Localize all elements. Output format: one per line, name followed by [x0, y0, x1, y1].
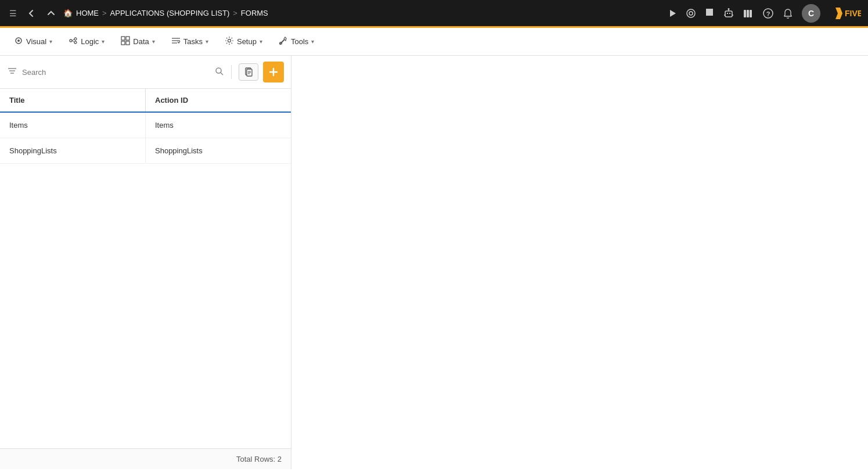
svg-point-38	[216, 68, 221, 73]
menu-icon[interactable]: ☰	[7, 6, 19, 20]
column-header-action-id: Action ID	[146, 89, 291, 112]
total-rows-label: Total Rows: 2	[236, 455, 282, 463]
search-input[interactable]	[22, 68, 210, 77]
breadcrumb-app[interactable]: APPLICATIONS (SHOPPING LIST)	[110, 9, 230, 17]
setup-icon	[225, 36, 234, 47]
svg-rect-12	[747, 10, 749, 17]
menu-item-data[interactable]: Data ▾	[114, 33, 161, 51]
right-panel	[291, 56, 868, 469]
preview-icon[interactable]	[686, 8, 696, 19]
top-nav-right: ? C FIVE	[667, 4, 861, 23]
svg-text:?: ?	[766, 10, 770, 17]
data-label: Data	[133, 37, 149, 46]
tools-label: Tools	[291, 37, 308, 46]
search-bar	[0, 56, 291, 89]
tasks-icon	[171, 36, 181, 47]
svg-point-20	[70, 39, 72, 42]
logic-label: Logic	[81, 37, 99, 46]
svg-rect-25	[121, 37, 125, 40]
breadcrumb-home[interactable]: 🏠 HOME	[63, 9, 99, 17]
svg-rect-13	[750, 10, 752, 17]
menu-item-tools[interactable]: Tools ▾	[272, 33, 321, 51]
table-body: Items Items ShoppingLists ShoppingLists	[0, 113, 291, 448]
books-icon[interactable]	[743, 8, 754, 19]
breadcrumb: 🏠 HOME > APPLICATIONS (SHOPPING LIST) > …	[63, 9, 268, 17]
search-icon[interactable]	[215, 67, 224, 78]
stop-icon[interactable]	[704, 7, 715, 20]
row-items-action-id: Items	[146, 113, 291, 138]
svg-text:FIVE: FIVE	[845, 9, 861, 18]
svg-rect-5	[727, 13, 728, 14]
breadcrumb-forms[interactable]: FORMS	[241, 9, 268, 17]
search-divider	[231, 65, 232, 79]
svg-point-1	[687, 9, 695, 17]
home-label: HOME	[76, 9, 99, 17]
app-label: APPLICATIONS (SHOPPING LIST)	[110, 9, 230, 17]
forms-label: FORMS	[241, 9, 268, 17]
tools-chevron: ▾	[311, 38, 314, 45]
svg-point-8	[728, 8, 730, 10]
svg-point-22	[74, 41, 77, 44]
data-icon	[121, 36, 130, 47]
svg-line-23	[72, 39, 74, 41]
logic-chevron: ▾	[102, 38, 105, 45]
top-navigation: ☰ 🏠 HOME > APPLICATIONS (SHOPPING LIST) …	[0, 0, 868, 28]
row-items-title: Items	[0, 113, 146, 138]
row-shoppinglists-action-id: ShoppingLists	[146, 138, 291, 163]
setup-chevron: ▾	[260, 38, 262, 45]
add-button[interactable]	[263, 62, 284, 82]
play-icon[interactable]	[667, 8, 678, 19]
svg-line-24	[72, 41, 74, 42]
copy-doc-button[interactable]	[239, 63, 258, 81]
table-footer: Total Rows: 2	[0, 448, 291, 469]
robot-icon[interactable]	[723, 8, 734, 19]
avatar[interactable]: C	[802, 4, 820, 23]
back-icon[interactable]	[24, 6, 39, 21]
tools-icon	[279, 36, 288, 47]
visual-label: Visual	[26, 37, 46, 46]
help-icon[interactable]: ?	[762, 8, 774, 19]
left-panel: Title Action ID Items Items ShoppingList…	[0, 56, 291, 469]
breadcrumb-sep-1: >	[102, 9, 107, 17]
svg-point-32	[228, 39, 230, 42]
bell-icon[interactable]	[782, 8, 794, 19]
svg-point-19	[17, 39, 20, 42]
data-chevron: ▾	[152, 38, 155, 45]
breadcrumb-sep-2: >	[233, 9, 237, 17]
table-row[interactable]: ShoppingLists ShoppingLists	[0, 138, 291, 164]
table-header: Title Action ID	[0, 89, 291, 113]
svg-line-39	[221, 73, 223, 75]
main-layout: Title Action ID Items Items ShoppingList…	[0, 56, 868, 469]
menu-item-tasks[interactable]: Tasks ▾	[164, 33, 215, 51]
menu-item-setup[interactable]: Setup ▾	[218, 33, 269, 51]
svg-rect-3	[706, 9, 713, 16]
five-brand-logo: FIVE	[833, 6, 861, 20]
menu-bar: Visual ▾ Logic ▾ Data ▾	[0, 28, 868, 56]
column-header-title: Title	[0, 89, 146, 112]
menu-item-logic[interactable]: Logic ▾	[62, 33, 111, 51]
svg-marker-0	[670, 10, 676, 17]
menu-item-visual[interactable]: Visual ▾	[7, 33, 59, 51]
tasks-label: Tasks	[183, 37, 203, 46]
up-icon[interactable]	[44, 6, 59, 21]
setup-label: Setup	[237, 37, 257, 46]
table-row[interactable]: Items Items	[0, 113, 291, 138]
visual-chevron: ▾	[49, 38, 52, 45]
svg-point-2	[689, 12, 693, 15]
svg-rect-26	[126, 37, 129, 40]
svg-rect-11	[744, 10, 746, 17]
filter-icon	[7, 66, 17, 78]
svg-rect-27	[121, 41, 125, 45]
svg-rect-4	[725, 11, 732, 17]
logic-icon	[69, 36, 78, 47]
svg-point-21	[74, 38, 77, 40]
home-icon: 🏠	[63, 9, 73, 17]
row-shoppinglists-title: ShoppingLists	[0, 138, 146, 163]
visual-icon	[14, 36, 23, 47]
svg-rect-6	[729, 13, 730, 14]
svg-rect-28	[126, 41, 129, 45]
top-nav-left: ☰ 🏠 HOME > APPLICATIONS (SHOPPING LIST) …	[7, 6, 667, 21]
svg-marker-16	[835, 8, 842, 19]
tasks-chevron: ▾	[206, 38, 208, 45]
